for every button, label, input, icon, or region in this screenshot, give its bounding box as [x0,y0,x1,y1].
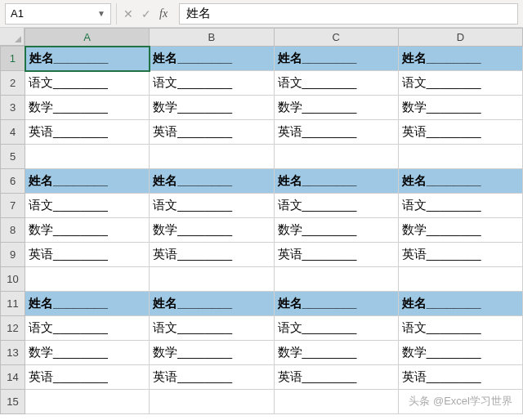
cell[interactable]: 语文________ [398,316,522,341]
formula-input[interactable]: 姓名 [179,3,518,25]
cell[interactable]: 姓名________ [398,169,522,194]
cell[interactable]: 语文________ [398,194,522,218]
cell[interactable]: 语文________ [150,316,274,341]
cell[interactable]: 姓名________ [398,47,522,71]
cell[interactable]: 姓名________ [25,292,150,316]
cell-text: 语文________ [278,198,357,213]
row-header[interactable]: 15 [1,390,25,414]
cell[interactable]: 姓名________ [25,169,150,194]
row-header[interactable]: 11 [1,292,25,316]
row-header[interactable]: 10 [1,267,25,292]
cell[interactable]: 英语________ [398,120,522,145]
fx-icon[interactable]: fx [159,7,168,20]
cell[interactable]: 数学________ [25,218,150,243]
cell[interactable]: 数学________ [398,341,522,365]
cell[interactable] [25,145,150,169]
col-header-D[interactable]: D [398,29,522,47]
cell[interactable]: 数学________ [398,218,522,243]
cell-text: 英语________ [278,369,357,385]
row-header[interactable]: 9 [1,243,25,267]
cell[interactable]: 语文________ [150,194,274,218]
cell[interactable]: 英语________ [25,365,150,390]
cell[interactable] [150,145,274,169]
dropdown-icon[interactable]: ▼ [97,9,105,18]
row-header[interactable]: 6 [1,169,25,194]
table-row: 2语文________语文________语文________语文_______… [1,71,523,96]
cell[interactable]: 姓名________ [150,169,274,194]
cell[interactable] [150,390,274,414]
cell-text: 语文________ [153,198,232,213]
cell[interactable]: 语文________ [398,71,522,96]
row-header[interactable]: 3 [1,96,25,120]
cell[interactable]: 数学________ [150,96,274,120]
grid-table: A B C D 1姓名________姓名________姓名________姓… [0,28,523,414]
cell[interactable]: 数学________ [150,341,274,365]
cell[interactable] [25,390,150,414]
cell[interactable]: 英语________ [274,243,398,267]
col-header-A[interactable]: A [25,29,150,47]
row-header[interactable]: 13 [1,341,25,365]
cell[interactable]: 姓名________ [274,292,398,316]
row-header[interactable]: 14 [1,365,25,390]
cell[interactable]: 英语________ [398,243,522,267]
cell[interactable]: 语文________ [274,71,398,96]
cell[interactable]: 英语________ [25,120,150,145]
cell-text: 语文________ [402,320,481,336]
cell[interactable] [398,267,522,292]
cell-text: 数学________ [29,100,108,115]
row-header[interactable]: 1 [1,47,25,71]
select-all-corner[interactable] [0,28,25,46]
cell-text: 英语________ [402,124,481,140]
row-header[interactable]: 8 [1,218,25,243]
row-header[interactable]: 2 [1,71,25,96]
cell[interactable]: 英语________ [25,243,150,267]
cell[interactable]: 姓名________ [398,292,522,316]
cell[interactable]: 英语________ [274,120,398,145]
enter-icon[interactable]: ✓ [141,7,151,20]
cell[interactable] [274,145,398,169]
row-header[interactable]: 4 [1,120,25,145]
cell[interactable]: 姓名________ [25,47,150,71]
cell[interactable]: 姓名________ [274,47,398,71]
cancel-icon[interactable]: ✕ [123,7,133,20]
cell[interactable] [274,267,398,292]
cell[interactable]: 英语________ [150,365,274,390]
cell[interactable]: 英语________ [274,365,398,390]
name-box[interactable]: A1 ▼ [5,3,111,25]
cell[interactable]: 英语________ [150,243,274,267]
cell-text: 英语________ [153,124,232,140]
cell[interactable]: 数学________ [274,218,398,243]
cell[interactable]: 英语________ [398,365,522,390]
cell[interactable]: 语文________ [25,71,150,96]
cell-text: 数学________ [278,345,357,360]
cell[interactable]: 语文________ [274,316,398,341]
cell[interactable] [398,145,522,169]
col-header-B[interactable]: B [150,29,274,47]
cell-text: 数学________ [153,345,232,360]
cell[interactable] [25,267,150,292]
table-row: 12语文________语文________语文________语文______… [1,316,523,341]
cell[interactable]: 姓名________ [150,292,274,316]
cell[interactable]: 语文________ [150,71,274,96]
cell[interactable]: 数学________ [398,96,522,120]
cell[interactable]: 语文________ [25,316,150,341]
cell[interactable]: 语文________ [25,194,150,218]
cell[interactable]: 数学________ [274,341,398,365]
row-header[interactable]: 5 [1,145,25,169]
row-header[interactable]: 7 [1,194,25,218]
cell[interactable] [274,390,398,414]
cell[interactable]: 数学________ [274,96,398,120]
row-header[interactable]: 12 [1,316,25,341]
cell[interactable]: 英语________ [150,120,274,145]
cell[interactable]: 数学________ [25,96,150,120]
table-row: 3数学________数学________数学________数学_______… [1,96,523,120]
col-header-C[interactable]: C [274,29,398,47]
watermark: 头条 @Excel学习世界 [406,393,515,409]
cell-text: 数学________ [278,100,357,115]
cell[interactable]: 数学________ [25,341,150,365]
cell[interactable]: 姓名________ [150,47,274,71]
cell[interactable]: 数学________ [150,218,274,243]
cell[interactable]: 姓名________ [274,169,398,194]
cell[interactable]: 语文________ [274,194,398,218]
cell[interactable] [150,267,274,292]
